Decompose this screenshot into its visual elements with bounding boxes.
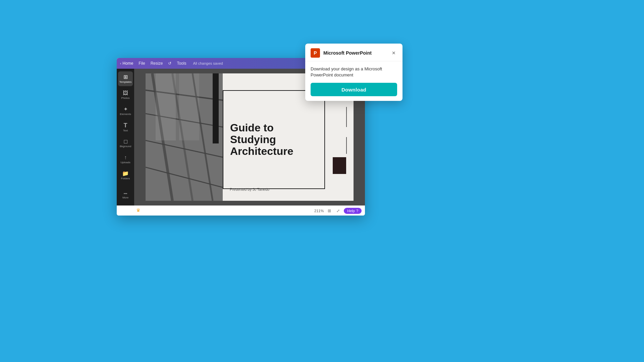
zoom-level: 211%	[314, 209, 324, 213]
dialog-title: Microsoft PowerPoint	[323, 50, 372, 56]
sidebar-item-background[interactable]: ◻ Bkground	[118, 136, 133, 150]
background-icon: ◻	[123, 139, 128, 144]
slide-subtitle: Presented by Jc Tanedo	[146, 187, 354, 191]
folders-label: Folders	[121, 177, 130, 180]
svg-rect-10	[179, 73, 199, 140]
dialog-close-button[interactable]: ✕	[390, 50, 397, 56]
black-bar	[213, 73, 219, 143]
background-label: Bkground	[120, 145, 131, 148]
sidebar-item-more[interactable]: ••• More	[118, 188, 133, 203]
dialog-description: Download your design as a Microsoft Powe…	[311, 66, 397, 78]
sidebar-item-text[interactable]: T Text	[118, 120, 133, 134]
uploads-icon: ↑	[124, 155, 127, 160]
home-menu-item[interactable]: ‹ Home	[120, 61, 133, 66]
deco-line-2	[346, 137, 347, 154]
slide-title: Guide to Studying Architecture	[230, 122, 318, 158]
text-label: Text	[123, 129, 128, 132]
elements-icon: ✦	[123, 107, 128, 112]
uploads-label: Uploads	[120, 161, 130, 164]
deco-lines	[346, 107, 347, 164]
more-label: More	[122, 196, 128, 199]
folders-icon: 📁	[122, 171, 129, 176]
help-question: ?	[356, 209, 358, 213]
fullscreen-icon[interactable]: ⤢	[335, 208, 341, 214]
help-button[interactable]: Help ?	[344, 208, 362, 214]
sidebar-item-uploads[interactable]: ↑ Uploads	[118, 152, 133, 167]
sidebar-item-folders[interactable]: 📁 Folders	[118, 168, 133, 183]
sidebar-item-elements[interactable]: ✦ Elements	[118, 104, 133, 118]
arch-svg	[146, 73, 223, 201]
dialog-body: Download your design as a Microsoft Powe…	[305, 61, 402, 101]
crown-icon: ♛	[136, 207, 141, 213]
sidebar-item-photos[interactable]: 🖼 Photos	[118, 87, 133, 102]
photos-label: Photos	[121, 97, 130, 100]
close-icon: ✕	[392, 50, 396, 56]
back-chevron: ‹	[120, 62, 121, 65]
templates-icon: ⊞	[123, 74, 128, 80]
ppt-dialog: P Microsoft PowerPoint ✕ Download your d…	[305, 44, 402, 101]
text-icon: T	[124, 122, 127, 128]
saved-status: All changes saved	[193, 61, 223, 65]
templates-label: Templates	[119, 80, 131, 83]
download-button[interactable]: Download	[311, 83, 397, 96]
photos-icon: 🖼	[123, 90, 128, 96]
arch-photo-inner	[146, 73, 223, 201]
resize-menu-item[interactable]: Resize	[151, 61, 163, 66]
elements-label: Elements	[120, 113, 131, 116]
tools-menu-item[interactable]: Tools	[177, 61, 186, 66]
file-menu-item[interactable]: File	[139, 61, 145, 66]
sidebar: ⊞ Templates 🖼 Photos ✦ Elements T Text ◻…	[117, 69, 134, 205]
more-icon: •••	[124, 192, 127, 195]
help-label: Help	[347, 209, 355, 213]
bottom-bar: 211% ⊞ ⤢ Help ? ♛	[117, 205, 365, 216]
arch-photo	[146, 73, 223, 201]
text-box: Guide to Studying Architecture	[223, 90, 325, 189]
home-label: Home	[122, 61, 133, 66]
deco-line-1	[346, 107, 347, 127]
grid-view-icon[interactable]: ⊞	[326, 208, 332, 214]
dark-square	[333, 157, 346, 174]
undo-button[interactable]: ↺	[168, 61, 171, 66]
svg-rect-9	[156, 73, 176, 140]
ppt-icon: P	[311, 48, 320, 58]
sidebar-item-templates[interactable]: ⊞ Templates	[118, 71, 133, 86]
dialog-header: P Microsoft PowerPoint ✕	[305, 44, 402, 61]
